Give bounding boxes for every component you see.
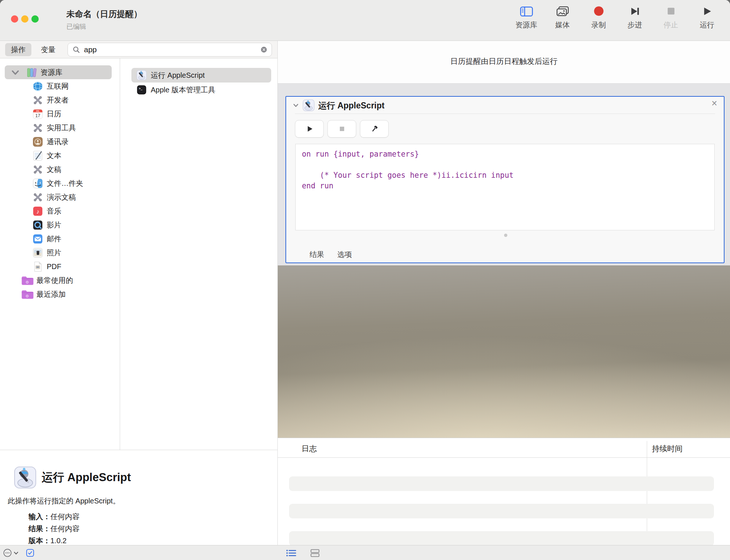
run-icon: [700, 5, 714, 18]
collapse-chevron-icon[interactable]: [292, 101, 300, 109]
automator-window: 未命名（日历提醒） 已编辑 资源库 媒体 录制 步进 停止: [0, 0, 730, 560]
record-button[interactable]: 录制: [583, 5, 614, 30]
workflow-background: [278, 265, 730, 438]
media-button[interactable]: 媒体: [547, 5, 578, 30]
sidebar-item[interactable]: 互联网: [0, 79, 120, 93]
finder-icon: [32, 178, 43, 189]
tab-actions[interactable]: 操作: [5, 43, 31, 56]
more-options-icon[interactable]: [3, 548, 12, 557]
run-applescript-action-block: 运行 AppleScript × on run {input, paramete…: [285, 96, 725, 263]
wrench-x-icon: [32, 95, 43, 106]
sidebar-item[interactable]: 文本: [0, 149, 120, 162]
tab-variables[interactable]: 变量: [35, 43, 61, 56]
library-sidebar: 资源库 互联网 开发者 JUL17 日历 实用工具 通讯录: [0, 58, 120, 450]
column-divider[interactable]: [120, 58, 120, 450]
sidebar-item[interactable]: 通讯录: [0, 135, 120, 149]
pdf-icon: [32, 261, 43, 272]
sidebar-item[interactable]: JUL17 日历: [0, 107, 120, 121]
sidebar-item[interactable]: PDF: [0, 260, 120, 273]
close-window-button[interactable]: [11, 15, 18, 23]
action-description-panel: 运行 AppleScript 此操作将运行指定的 AppleScript。 输入…: [0, 450, 277, 545]
chevron-down-icon[interactable]: [13, 550, 19, 556]
clear-search-icon[interactable]: [260, 46, 268, 53]
applescript-robot-icon: [13, 465, 37, 490]
svg-text:JUL: JUL: [36, 110, 39, 112]
wrench-x-icon: [32, 192, 43, 203]
remove-action-button[interactable]: ×: [711, 99, 717, 108]
sidebar-item[interactable]: 实用工具: [0, 121, 120, 135]
media-icon: [556, 5, 569, 18]
workflow-trigger-note: 日历提醒由日历日程触发后运行: [278, 56, 730, 66]
sidebar-item[interactable]: 邮件: [0, 232, 120, 246]
terminal-icon: >_: [136, 84, 147, 95]
sidebar-item[interactable]: 文稿: [0, 162, 120, 176]
title-bar: 未命名（日历提醒） 已编辑 资源库 媒体 录制 步进 停止: [0, 0, 730, 41]
stop-button[interactable]: 停止: [655, 5, 687, 30]
photos-icon: [32, 247, 43, 258]
sidebar-item[interactable]: 演示文稿: [0, 190, 120, 204]
rows-view-icon[interactable]: [309, 548, 321, 558]
contacts-icon: [32, 136, 43, 147]
sidebar-item-library[interactable]: 资源库: [5, 65, 112, 79]
stop-icon: [664, 5, 678, 18]
zoom-window-button[interactable]: [31, 15, 39, 23]
library-books-icon: [26, 67, 38, 78]
actions-results-list: 运行 AppleScript >_ Apple 版本管理工具: [120, 58, 277, 450]
checkbox-icon[interactable]: [26, 548, 35, 557]
sidebar-item[interactable]: 影片: [0, 218, 120, 232]
log-row: [289, 531, 714, 546]
window-subtitle: 已编辑: [66, 22, 142, 31]
applescript-code: on run {input, parameters} (* Your scrip…: [302, 149, 708, 191]
search-input[interactable]: app: [68, 43, 272, 57]
wrench-x-icon: [32, 122, 43, 134]
minimize-window-button[interactable]: [21, 15, 28, 23]
hammer-icon: [370, 124, 379, 133]
window-title: 未命名（日历提醒）: [66, 8, 142, 20]
sidebar-item[interactable]: 开发者: [0, 93, 120, 107]
stop-script-button[interactable]: [327, 120, 356, 138]
run-script-button[interactable]: [295, 120, 324, 138]
disclosure-chevron-icon[interactable]: [9, 67, 21, 78]
svg-text:♪: ♪: [36, 208, 39, 215]
step-button[interactable]: 步进: [619, 5, 650, 30]
sidebar-item[interactable]: 文件…件夹: [0, 176, 120, 190]
workflow-canvas: 日历提醒由日历日程触发后运行 运行 AppleScript × on r: [278, 41, 730, 545]
quicktime-icon: [32, 219, 43, 231]
sidebar-panel-icon: [520, 5, 533, 18]
wrench-x-icon: [32, 164, 43, 175]
text-icon: [32, 150, 43, 161]
results-toggle[interactable]: 结果: [310, 250, 324, 260]
play-icon: [305, 124, 314, 133]
applescript-code-editor[interactable]: on run {input, parameters} (* Your scrip…: [295, 144, 715, 230]
step-icon: [628, 5, 642, 18]
calendar-icon: JUL17: [32, 108, 43, 120]
log-row: [289, 504, 714, 518]
sidebar-item[interactable]: 照片: [0, 246, 120, 260]
action-result-row[interactable]: >_ Apple 版本管理工具: [131, 83, 271, 97]
description-text: 此操作将运行指定的 AppleScript。: [8, 496, 120, 506]
smart-folder-icon: ⚙: [21, 275, 34, 286]
log-column-divider: [647, 441, 647, 545]
options-toggle[interactable]: 选项: [337, 250, 352, 260]
action-result-row[interactable]: 运行 AppleScript: [131, 68, 271, 83]
record-icon: [592, 5, 606, 18]
description-field: 输入： 任何内容: [28, 511, 80, 523]
bottom-bar: [0, 545, 730, 560]
code-resize-handle[interactable]: [504, 234, 507, 237]
compile-script-button[interactable]: [360, 120, 389, 138]
internet-icon: [32, 81, 43, 92]
library-button[interactable]: 资源库: [511, 5, 542, 30]
list-view-icon[interactable]: [285, 548, 297, 558]
filter-bar: 操作 变量 app: [0, 41, 277, 58]
log-panel: 日志 持续时间: [278, 438, 730, 545]
stop-square-icon: [338, 124, 346, 133]
sidebar-item[interactable]: ⚙ 最常使用的: [0, 273, 120, 287]
sidebar-item[interactable]: ⚙ 最近添加: [0, 287, 120, 301]
smart-folder-icon: ⚙: [21, 289, 34, 300]
description-field: 结果： 任何内容: [28, 523, 80, 535]
description-title: 运行 AppleScript: [42, 470, 131, 485]
run-button[interactable]: 运行: [691, 5, 723, 30]
toolbar: 资源库 媒体 录制 步进 停止 运行: [511, 5, 723, 30]
sidebar-item[interactable]: ♪ 音乐: [0, 204, 120, 218]
log-column-header: 日志: [301, 444, 317, 454]
